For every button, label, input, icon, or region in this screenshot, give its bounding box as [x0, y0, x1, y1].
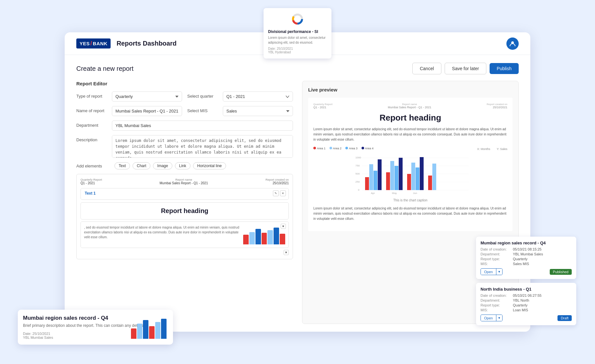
- r-card-1-mis-label: MIS:: [481, 262, 513, 266]
- preview-section-title: Live preview: [308, 87, 513, 92]
- add-chart-chip[interactable]: Chart: [133, 162, 150, 169]
- mini-quarterly-label: Quarterly Report: [81, 178, 102, 181]
- r-card-1-dept-val: YBL Mumbai Sales: [513, 252, 543, 256]
- quarter-label: Select quarter: [187, 91, 223, 99]
- prev-quarterly-label: Quarterly Report: [313, 103, 332, 106]
- mini-created-label: Report created on: [265, 178, 289, 181]
- mis-select[interactable]: Sales: [223, 106, 293, 116]
- tooltip-card: Divisional performance - SI Lorem ipsum …: [264, 8, 331, 59]
- r-card-1-date-val: 05/10/21 08:15:25: [513, 247, 542, 251]
- svg-rect-13: [373, 171, 377, 190]
- mis-label: Select MIS: [187, 106, 223, 113]
- add-image-chip[interactable]: Image: [153, 162, 172, 169]
- dept-input[interactable]: [112, 121, 293, 131]
- right-card-2: North India business - Q1 Date of creati…: [476, 283, 576, 325]
- r-card-2-mis-row: MIS: Loan MIS: [481, 308, 572, 312]
- r-card-2-dept-label: Department:: [481, 298, 513, 302]
- open-btn-1-arrow[interactable]: ▾: [496, 269, 502, 275]
- preview-inner: Quarterly Report Q1 - 2021 Report name M…: [308, 98, 513, 231]
- svg-text:Jun: Jun: [413, 192, 417, 195]
- r-card-1-mis-val: Sales MIS: [513, 262, 529, 266]
- r-card-2-date-row: Date of creation: 05/10/21 06:27:55: [481, 294, 572, 297]
- svg-rect-12: [369, 164, 373, 190]
- cancel-button[interactable]: Cancel: [412, 63, 441, 74]
- preview-chart-area: Area 1 Area 2 Area 3 Area 4 X: Months Y:…: [313, 147, 507, 202]
- type-select[interactable]: Quarterly: [112, 91, 182, 102]
- mini-bar-chart-editor: [243, 225, 285, 244]
- edit-text-btn[interactable]: ✎: [273, 190, 279, 196]
- r-card-1-dept-label: Department:: [481, 252, 513, 256]
- svg-rect-18: [395, 166, 398, 190]
- r-card-1-type-row: Report type: Quarterly: [481, 257, 572, 261]
- open-btn-2-label[interactable]: Open: [481, 315, 496, 321]
- page-title: Create a new report: [76, 65, 409, 72]
- element-close-btn[interactable]: ✕: [284, 250, 289, 255]
- r-card-2-date-label: Date of creation:: [481, 294, 513, 297]
- r-card-1-type-val: Quarterly: [513, 257, 527, 261]
- r-card-1-date-label: Date of creation:: [481, 247, 513, 251]
- preview-chart-svg: 1000 750 500 250 0: [313, 155, 507, 197]
- prev-name-label: Report name: [388, 103, 431, 106]
- svg-rect-22: [411, 163, 415, 190]
- open-btn-2-arrow[interactable]: ▾: [496, 315, 502, 321]
- svg-text:May: May: [392, 192, 397, 195]
- svg-rect-19: [399, 158, 403, 190]
- mini-report-name-label: Report name: [159, 178, 208, 181]
- delete-text-btn[interactable]: ✕: [280, 190, 286, 196]
- preview-heading: Report heading: [313, 113, 507, 123]
- text-elem-label: Text 1: [85, 191, 285, 196]
- r-card-2-title: North India business - Q1: [481, 287, 572, 292]
- add-text-chip[interactable]: Text: [114, 162, 130, 169]
- r-card-1-footer: Open ▾ Published: [481, 268, 572, 275]
- app-title: Reports Dashboard: [116, 40, 177, 47]
- mini-quarter-value: Q1 - 2021: [81, 181, 102, 185]
- desc-label: Description: [76, 135, 112, 142]
- r-card-1-open-btn[interactable]: Open ▾: [481, 268, 503, 275]
- r-card-2-mis-label: MIS:: [481, 308, 513, 312]
- add-link-chip[interactable]: Link: [175, 162, 190, 169]
- chart-close-btn[interactable]: ✕: [281, 224, 286, 229]
- user-avatar[interactable]: [506, 37, 519, 50]
- donut-icon: [291, 13, 304, 26]
- mumbai-region-card: Mumbai region sales record - Q4 Brief pr…: [18, 310, 173, 345]
- prev-name-value: Mumbai Sales Report - Q1 - 2021: [388, 106, 431, 109]
- preview-body-text: Lorem ipsum dolor sit amet, consectetur …: [313, 127, 507, 142]
- add-elements-label: Add elements: [76, 164, 112, 168]
- prev-created-label: Report created on: [487, 103, 507, 106]
- mini-report-name-value: Mumbai Sales Report - Q1 - 2021: [159, 181, 208, 185]
- editor-panel: Report Editor Type of report Quarterly S…: [76, 81, 293, 324]
- quarter-value: Q1 - 2021: [226, 94, 286, 99]
- name-label: Name of report: [76, 106, 112, 113]
- svg-rect-17: [390, 161, 394, 190]
- name-input[interactable]: [112, 106, 182, 116]
- preview-meta: Quarterly Report Q1 - 2021 Report name M…: [313, 103, 507, 109]
- desc-textarea[interactable]: Lorem ipsum dolor sit amet, consectetur …: [112, 135, 293, 158]
- r-card-2-dept-val: YBL North: [513, 298, 529, 302]
- svg-point-32: [295, 17, 300, 21]
- axes-x: X: Months: [477, 147, 490, 151]
- chart-caption: This is the chart caption: [313, 198, 507, 202]
- logo: YES / BANK: [76, 38, 111, 48]
- r-card-1-mis-row: MIS: Sales MIS: [481, 262, 572, 266]
- r-card-1-date-row: Date of creation: 05/10/21 08:15:25: [481, 247, 572, 251]
- two-col-layout: Report Editor Type of report Quarterly S…: [76, 81, 519, 324]
- svg-rect-27: [432, 164, 436, 190]
- r-card-2-open-btn[interactable]: Open ▾: [481, 315, 503, 321]
- save-for-later-button[interactable]: Save for later: [445, 63, 486, 74]
- publish-button[interactable]: Publish: [490, 63, 519, 74]
- svg-rect-16: [386, 172, 390, 190]
- open-btn-1-label[interactable]: Open: [481, 269, 496, 275]
- logo-bank: BANK: [93, 41, 107, 46]
- logo-yes: YES: [80, 41, 90, 46]
- editor-section-title: Report Editor: [76, 81, 293, 86]
- chart-axes: X: Months Y: Sales: [477, 147, 507, 151]
- svg-text:750: 750: [355, 164, 360, 167]
- preview-body-text2: Lorem ipsum dolor sit amet, consectetur …: [313, 206, 507, 221]
- type-label: Type of report: [76, 91, 112, 99]
- svg-text:1000: 1000: [355, 156, 361, 159]
- svg-text:Apr: Apr: [371, 192, 375, 195]
- add-horizontal-chip[interactable]: Horizontal line: [193, 162, 226, 169]
- text-element-1: Text 1 ✎ ✕: [81, 188, 289, 200]
- published-badge: Published: [550, 269, 572, 275]
- legend-area3: Area 3: [349, 147, 358, 150]
